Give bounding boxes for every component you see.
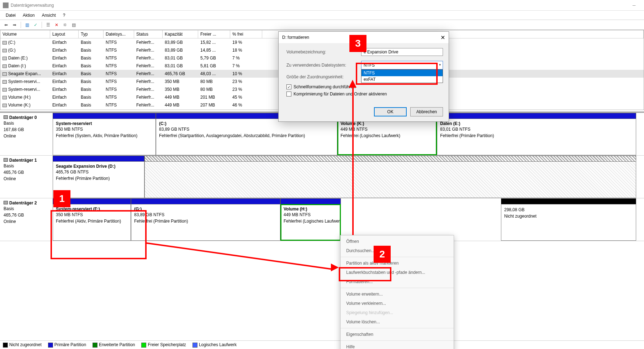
quickformat-checkbox[interactable]: ✓Schnellformatierung durchführen <box>286 84 443 89</box>
menu-file[interactable]: Datei <box>2 11 19 19</box>
disk-graphics: Datenträger 0Basis167,68 GBOnlineSystem-… <box>0 111 644 241</box>
partition[interactable] <box>144 161 636 198</box>
dialog-titlebar: D: formatieren ✕ <box>279 32 449 43</box>
close-icon[interactable]: ✕ <box>440 34 445 41</box>
col-status[interactable]: Status <box>134 30 163 38</box>
legend-item: Primäre Partition <box>48 342 86 348</box>
ok-button[interactable]: OK <box>374 107 407 116</box>
menu-help[interactable]: ? <box>59 11 69 19</box>
col-layout[interactable]: Layout <box>50 30 79 38</box>
minimize-button[interactable]: ─ <box>627 2 641 9</box>
back-icon[interactable]: ⬅ <box>2 21 10 29</box>
partition[interactable]: (G:)83,89 GB NTFSFehlerfrei (Primäre Par… <box>131 204 280 241</box>
legend: Nicht zugeordnetPrimäre PartitionErweite… <box>0 340 644 349</box>
menu-view[interactable]: Ansicht <box>38 11 59 19</box>
ctx-item[interactable]: Volume erweitern... <box>341 290 454 299</box>
fs-label: Zu verwendendes Dateisystem: <box>286 63 361 68</box>
col-free[interactable]: Freier ... <box>198 30 230 38</box>
window-titlebar: Datenträgerverwaltung ─ <box>0 0 644 11</box>
view-icon[interactable]: ▥ <box>23 21 31 29</box>
fs-option-ntfs[interactable]: NTFS <box>361 70 443 76</box>
cancel-button[interactable]: Abbrechen <box>410 107 443 116</box>
ctx-item[interactable]: Formatieren... <box>341 277 454 286</box>
menu-action[interactable]: Aktion <box>19 11 38 19</box>
partition[interactable]: Daten (E:)83,01 GB NTFSFehlerfrei (Primä… <box>437 119 636 155</box>
context-menu: ÖffnenDurchsuchen...Partition als aktiv … <box>340 235 454 349</box>
menubar: Datei Aktion Ansicht ? <box>0 11 644 20</box>
legend-item: Freier Speicherplatz <box>141 342 186 348</box>
partition[interactable]: System-reserviert (F:)350 MB NTFSFehlerf… <box>53 204 131 241</box>
settings-icon[interactable]: ⛭ <box>61 21 69 29</box>
disk-block: Datenträger 1Basis465,76 GBOnlineSeagate… <box>0 156 644 198</box>
refresh-icon[interactable]: ✓ <box>32 21 39 29</box>
app-icon <box>3 2 9 8</box>
ctx-item[interactable]: Volume verkleinern... <box>341 299 454 308</box>
dialog-title: D: formatieren <box>282 35 309 40</box>
ctx-item: Spiegelung hinzufügen... <box>341 308 454 317</box>
ctx-item[interactable]: Eigenschaften <box>341 330 454 339</box>
partition[interactable]: System-reserviert350 MB NTFSFehlerfrei (… <box>53 119 156 155</box>
window-title: Datenträgerverwaltung <box>11 3 54 8</box>
fs-option-exfat[interactable]: exFAT <box>361 76 443 83</box>
disk-block: Datenträger 2Basis465,76 GBOnlineSystem-… <box>0 198 644 241</box>
partition[interactable]: Volume (H:)449 MB NTFSFehlerfrei (Logisc… <box>280 204 341 241</box>
ctx-item[interactable]: Volume löschen... <box>341 317 454 327</box>
fs-dropdown[interactable]: NTFS▾ NTFS exFAT <box>361 61 443 69</box>
ctx-item[interactable]: Hilfe <box>341 342 454 349</box>
grid-icon[interactable]: ▤ <box>70 21 78 29</box>
vol-name-input[interactable] <box>361 48 443 56</box>
vol-label: Volumebezeichnung: <box>286 50 361 54</box>
partition[interactable]: Volume (K:)449 MB NTFSFehlerfrei (Logisc… <box>337 119 437 155</box>
legend-item: Erweiterte Partition <box>93 342 135 348</box>
compress-checkbox[interactable]: Komprimierung für Dateien und Ordner akt… <box>286 92 443 97</box>
toolbar: ⬅ ➡ ▥ ✓ ☰ ✕ ⛭ ▤ <box>0 20 644 30</box>
properties-icon[interactable]: ☰ <box>44 21 52 29</box>
ctx-item[interactable]: Durchsuchen... <box>341 246 454 255</box>
alloc-label: Größe der Zuordnungseinheit: <box>286 74 361 79</box>
ctx-item[interactable]: Laufwerkbuchstaben und -pfade ändern... <box>341 268 454 277</box>
ctx-item[interactable]: Öffnen <box>341 237 454 246</box>
legend-item: Logisches Laufwerk <box>192 342 237 348</box>
chevron-down-icon: ▾ <box>439 63 441 67</box>
col-type[interactable]: Typ <box>79 30 104 38</box>
delete-icon[interactable]: ✕ <box>53 21 60 29</box>
col-percent[interactable]: % frei <box>230 30 262 38</box>
partition[interactable]: 298,08 GBNicht zugeordnet <box>501 204 636 241</box>
forward-icon[interactable]: ➡ <box>11 21 19 29</box>
partition[interactable]: Seagate Expansion Drive (D:)465,76 GB NT… <box>53 161 144 198</box>
partition[interactable]: (C:)83,89 GB NTFSFehlerfrei (Startpartit… <box>156 119 337 155</box>
ctx-item[interactable]: Partition als aktiv markieren <box>341 259 454 268</box>
legend-item: Nicht zugeordnet <box>3 342 42 348</box>
format-dialog: D: formatieren ✕ Volumebezeichnung: Zu v… <box>278 31 449 122</box>
col-capacity[interactable]: Kapazität <box>163 30 198 38</box>
col-volume[interactable]: Volume <box>0 30 50 38</box>
col-fs[interactable]: Dateisys... <box>104 30 134 38</box>
